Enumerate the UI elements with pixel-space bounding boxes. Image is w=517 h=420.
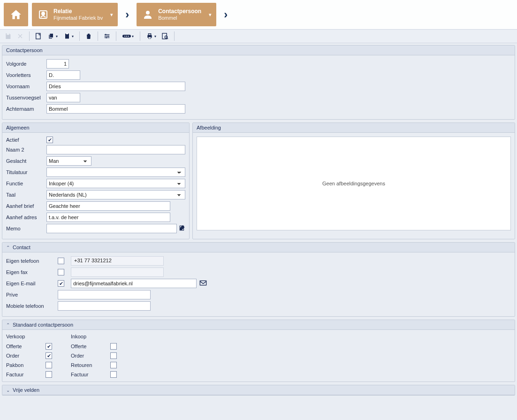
aanhef-adres-input[interactable] (46, 213, 170, 222)
taal-select[interactable]: Nederlands (NL) (46, 190, 185, 199)
inkoop-factuur-checkbox[interactable] (110, 371, 117, 378)
verkoop-order-checkbox[interactable]: ✔ (46, 352, 52, 359)
breadcrumb-contact[interactable]: Contactpersoon Bommel ▾ (137, 3, 216, 26)
label-order: Order (71, 353, 106, 359)
eigen-fax-checkbox[interactable] (58, 269, 64, 275)
print-button[interactable]: ▾ (144, 31, 158, 41)
panel-title: Afbeelding (197, 125, 221, 130)
svg-point-12 (128, 36, 129, 37)
svg-rect-5 (66, 33, 68, 34)
svg-rect-4 (65, 34, 69, 39)
mail-icon[interactable] (199, 280, 207, 287)
no-image-text: Geen afbeeldingsgegevens (322, 181, 385, 186)
eigen-email-checkbox[interactable]: ✔ (58, 280, 64, 287)
save-button (3, 31, 13, 41)
voorletters-input[interactable] (46, 70, 80, 80)
paste-button[interactable]: ▾ (61, 31, 76, 41)
delete-button[interactable] (84, 31, 94, 41)
label-taal: Taal (6, 192, 46, 198)
inkoop-order-checkbox[interactable] (110, 352, 117, 359)
label-mobiel: Mobiele telefoon (6, 303, 58, 309)
svg-point-1 (42, 12, 45, 15)
image-placeholder: Geen afbeeldingsgegevens (197, 137, 511, 230)
label-eigen-email: Eigen E-mail (6, 281, 58, 286)
memo-input[interactable] (46, 224, 177, 233)
inkoop-offerte-checkbox[interactable] (110, 343, 117, 350)
collapse-icon[interactable]: ⌃ (6, 245, 10, 250)
verkoop-factuur-checkbox[interactable] (46, 371, 52, 378)
prive-input[interactable] (58, 290, 151, 299)
breadcrumb-contact-sub: Bommel (158, 15, 201, 21)
svg-point-6 (105, 34, 106, 35)
geslacht-select[interactable]: Man (46, 156, 91, 166)
label-memo: Memo (6, 226, 46, 231)
panel-afbeelding: Afbeelding Geen afbeeldingsgegevens (192, 122, 515, 239)
label-functie: Functie (6, 181, 46, 186)
svg-point-2 (146, 11, 150, 15)
settings-button[interactable] (102, 31, 112, 41)
label-order: Order (6, 353, 41, 359)
titulatuur-select[interactable] (46, 168, 185, 177)
cancel-button (15, 31, 25, 41)
eigen-email-input[interactable] (71, 279, 197, 288)
verkoop-offerte-checkbox[interactable]: ✔ (46, 343, 52, 350)
copy-button[interactable]: ▾ (46, 31, 60, 41)
label-voorletters: Voorletters (6, 72, 46, 78)
eigen-tel-value: +31 77 3321212 (71, 256, 164, 266)
panel-algemeen: Algemeen Actief ✔ Naam 2 Geslacht Man Ti… (2, 122, 190, 239)
chevron-down-icon[interactable]: ▾ (205, 12, 212, 18)
home-icon (9, 8, 23, 21)
label-aanhef-brief: Aanhef brief (6, 203, 46, 209)
label-titulatuur: Titulatuur (6, 169, 46, 175)
label-actief: Actief (6, 137, 46, 143)
eigen-tel-checkbox[interactable] (58, 258, 64, 264)
inkoop-retouren-checkbox[interactable] (110, 362, 117, 368)
actief-checkbox[interactable]: ✔ (46, 137, 53, 143)
volgorde-input[interactable] (46, 59, 69, 69)
svg-rect-14 (148, 34, 151, 35)
svg-point-7 (107, 36, 109, 37)
verkoop-column: Verkoop Offerte✔ Order✔ Pakbon Factuur (6, 334, 52, 378)
svg-point-8 (106, 37, 107, 38)
panel-standaard: ⌃ Standaard contactpersoon Verkoop Offer… (2, 320, 515, 382)
panel-title: Vrije velden (13, 387, 39, 393)
card-icon (37, 8, 50, 21)
mobiel-input[interactable] (58, 301, 151, 311)
panel-vrije-velden: ⌄ Vrije velden (2, 385, 515, 396)
label-factuur: Factuur (71, 372, 106, 377)
verkoop-header: Verkoop (6, 334, 52, 339)
search-button[interactable] (160, 31, 170, 41)
label-prive: Prive (6, 292, 58, 298)
more-button[interactable]: ▾ (120, 31, 136, 41)
memo-edit-icon[interactable] (179, 225, 185, 232)
chevron-down-icon[interactable]: ▾ (106, 12, 113, 18)
panel-title: Contact (13, 244, 30, 250)
verkoop-pakbon-checkbox[interactable] (46, 362, 52, 368)
aanhef-brief-input[interactable] (46, 201, 170, 211)
collapse-icon[interactable]: ⌃ (6, 322, 10, 328)
person-icon (141, 8, 154, 21)
breadcrumb-relatie-title: Relatie (53, 8, 103, 15)
label-pakbon: Pakbon (6, 362, 41, 368)
svg-rect-3 (36, 33, 40, 39)
expand-icon[interactable]: ⌄ (6, 388, 10, 393)
breadcrumb-home[interactable] (4, 3, 28, 26)
panel-contact: ⌃ Contact Eigen telefoon +31 77 3321212 … (2, 242, 515, 317)
breadcrumb-relatie[interactable]: Relatie Fijnmetaal Fabriek bv ▾ (32, 3, 118, 26)
achternaam-input[interactable] (46, 104, 185, 114)
eigen-fax-value (71, 267, 164, 277)
new-button[interactable] (33, 31, 44, 41)
label-eigen-fax: Eigen fax (6, 269, 58, 275)
label-aanhef-adres: Aanhef adres (6, 214, 46, 220)
functie-select[interactable]: Inkoper (4) (46, 179, 185, 188)
inkoop-column: Inkoop Offerte Order Retouren Factuur (71, 334, 117, 378)
label-offerte: Offerte (71, 344, 106, 349)
label-volgorde: Volgorde (6, 61, 46, 67)
voornaam-input[interactable] (46, 82, 185, 91)
tussenvoegsel-input[interactable] (46, 93, 80, 102)
label-naam2: Naam 2 (6, 147, 46, 153)
label-factuur: Factuur (6, 372, 41, 377)
inkoop-header: Inkoop (71, 334, 117, 339)
naam2-input[interactable] (46, 145, 185, 154)
breadcrumb: Relatie Fijnmetaal Fabriek bv ▾ › Contac… (0, 0, 517, 29)
